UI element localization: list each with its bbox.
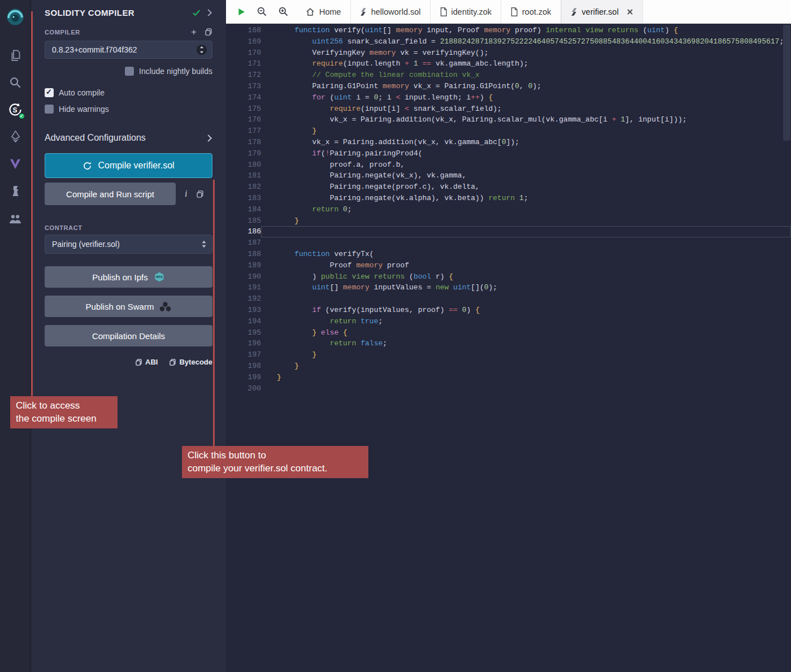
icon-sidebar: S✓ [0, 0, 31, 672]
code-line-184[interactable]: 184 return 0; [226, 204, 791, 215]
solidity-compiler-icon[interactable]: S✓ [0, 96, 31, 123]
copy-compiler-config-icon[interactable] [205, 28, 212, 36]
line-number: 189 [226, 260, 261, 271]
code-line-191[interactable]: 191 uint[] memory inputValues = new uint… [226, 282, 791, 293]
tab-root-zok[interactable]: root.zok [501, 0, 561, 23]
tab-verifier-sol[interactable]: verifier.sol [561, 0, 643, 23]
code-line-text: } [261, 372, 791, 383]
code-line-189[interactable]: 189 Proof memory proof [226, 260, 791, 271]
code-line-199[interactable]: 199} [226, 372, 791, 383]
code-line-200[interactable]: 200 [226, 383, 791, 394]
code-line-text: Pairing.negate(proof.c), vk.delta, [261, 181, 791, 193]
include-nightly-checkbox[interactable] [125, 67, 134, 76]
copy-bytecode-button[interactable]: Bytecode [169, 358, 212, 366]
search-icon[interactable] [0, 69, 31, 96]
learneth-plugin-icon[interactable] [0, 205, 31, 232]
code-line-180[interactable]: 180 proof.a, proof.b, [226, 159, 791, 171]
code-line-193[interactable]: 193 if (verify(inputValues, proof) == 0)… [226, 305, 791, 316]
line-number: 187 [226, 237, 261, 249]
line-number: 196 [226, 338, 261, 349]
remix-logo[interactable] [0, 0, 31, 34]
code-line-169[interactable]: 169 uint256 snark_scalar_field = 2188824… [226, 36, 791, 47]
code-line-174[interactable]: 174 for (uint i = 0; i < input.length; i… [226, 92, 791, 103]
code-line-text: require(input.length + 1 == vk.gamma_abc… [261, 58, 791, 70]
sol-icon [360, 7, 367, 16]
auto-compile-checkbox[interactable] [45, 88, 54, 97]
version-spinner-icon [196, 44, 207, 55]
code-line-186[interactable]: 186 [226, 226, 791, 237]
hide-warnings-checkbox[interactable] [45, 105, 54, 114]
compilation-details-button[interactable]: Compilation Details [45, 325, 212, 346]
code-line-173[interactable]: 173 Pairing.G1Point memory vk_x = Pairin… [226, 81, 791, 92]
code-line-181[interactable]: 181 Pairing.negate(vk_x), vk.gamma, [226, 170, 791, 181]
code-line-187[interactable]: 187 [226, 237, 791, 249]
code-line-text: Pairing.negate(vk_x), vk.gamma, [261, 170, 791, 181]
code-line-176[interactable]: 176 vk_x = Pairing.addition(vk_x, Pairin… [226, 114, 791, 125]
bytecode-label: Bytecode [179, 358, 212, 366]
code-line-188[interactable]: 188 function verifyTx( [226, 249, 791, 260]
code-line-192[interactable]: 192 [226, 293, 791, 305]
tab-identity-zok[interactable]: identity.zok [431, 0, 501, 23]
code-line-178[interactable]: 178 vk_x = Pairing.addition(vk_x, vk.gam… [226, 137, 791, 148]
code-line-183[interactable]: 183 Pairing.negate(vk.alpha), vk.beta)) … [226, 193, 791, 204]
code-line-185[interactable]: 185 } [226, 215, 791, 227]
compile-and-run-button[interactable]: Compile and Run script [45, 183, 176, 205]
code-line-198[interactable]: 198 } [226, 361, 791, 372]
tab-helloworld-sol[interactable]: helloworld.sol [351, 0, 431, 23]
editor-tabbar: Homehelloworld.solidentity.zokroot.zokve… [226, 0, 791, 24]
compile-button[interactable]: Compile verifier.sol [45, 153, 212, 178]
code-line-179[interactable]: 179 if(!Pairing.pairingProd4( [226, 148, 791, 159]
annotation-text: Click this button to [188, 449, 362, 462]
deploy-run-icon[interactable] [0, 123, 31, 150]
file-icon [510, 7, 518, 16]
code-line-177[interactable]: 177 } [226, 125, 791, 137]
code-line-170[interactable]: 170 VerifyingKey memory vk = verifyingKe… [226, 47, 791, 59]
code-line-194[interactable]: 194 return true; [226, 316, 791, 327]
code-line-text [261, 383, 791, 394]
tab-home[interactable]: Home [297, 0, 351, 23]
code-editor[interactable]: 168 function verify(uint[] memory input,… [226, 24, 791, 672]
line-number: 200 [226, 383, 261, 394]
zoom-out-icon[interactable] [257, 6, 267, 17]
code-line-190[interactable]: 190 ) public view returns (bool r) { [226, 271, 791, 283]
info-icon[interactable]: i [185, 189, 187, 199]
compiler-version-select[interactable]: 0.8.23+commit.f704f362 [45, 41, 212, 59]
tab-label: Home [319, 7, 341, 16]
contract-select[interactable]: Pairing (verifier.sol) [45, 235, 212, 254]
code-line-182[interactable]: 182 Pairing.negate(proof.c), vk.delta, [226, 181, 791, 193]
code-line-195[interactable]: 195 } else { [226, 327, 791, 339]
contract-select-value: Pairing (verifier.sol) [52, 240, 201, 249]
code-line-196[interactable]: 196 return false; [226, 338, 791, 349]
file-explorer-icon[interactable] [0, 42, 31, 69]
panel-chevron-right-icon[interactable] [207, 8, 212, 17]
line-number: 170 [226, 47, 261, 59]
line-number: 197 [226, 349, 261, 361]
refresh-icon [82, 161, 92, 171]
editor-scrollbar-thumb[interactable] [783, 25, 790, 141]
run-script-button[interactable] [237, 7, 246, 16]
code-line-text: } [261, 215, 791, 227]
code-line-168[interactable]: 168 function verify(uint[] memory input,… [226, 25, 791, 36]
copy-abi-button[interactable]: ABI [135, 358, 158, 366]
advanced-configurations-toggle[interactable]: Advanced Configurations [45, 133, 212, 143]
code-line-172[interactable]: 172 // Compute the linear combination vk… [226, 70, 791, 81]
compilation-details-label: Compilation Details [92, 331, 165, 341]
zokrates-plugin-icon[interactable] [0, 177, 31, 205]
tab-close-icon[interactable] [627, 8, 633, 15]
code-line-171[interactable]: 171 require(input.length + 1 == vk.gamma… [226, 58, 791, 70]
publish-ipfs-button[interactable]: Publish on Ipfs IPFS [45, 266, 212, 288]
compile-success-badge-icon: ✓ [18, 112, 25, 120]
code-line-175[interactable]: 175 require(input[i] < snark_scalar_fiel… [226, 103, 791, 115]
line-number: 192 [226, 293, 261, 305]
line-number: 180 [226, 159, 261, 171]
line-number: 176 [226, 114, 261, 125]
zoom-in-icon[interactable] [278, 6, 289, 17]
add-compiler-icon[interactable]: + [191, 28, 197, 36]
verify-v-icon[interactable] [0, 150, 31, 177]
tab-strip: Homehelloworld.solidentity.zokroot.zokve… [297, 0, 643, 23]
publish-swarm-button[interactable]: Publish on Swarm [45, 296, 212, 317]
copy-script-icon[interactable] [196, 190, 204, 198]
annotation-text: Click to access [16, 399, 111, 412]
code-line-text: return false; [261, 338, 791, 349]
code-line-197[interactable]: 197 } [226, 349, 791, 361]
